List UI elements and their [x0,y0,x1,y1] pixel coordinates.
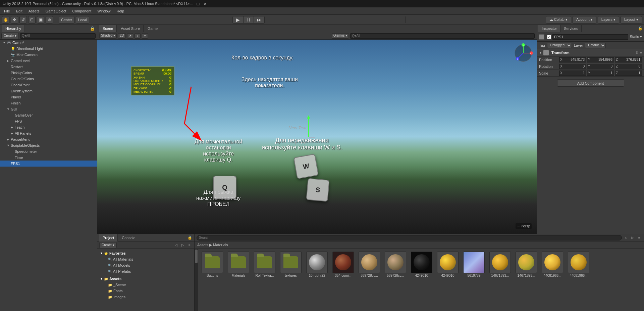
tab-project[interactable]: Project [99,234,118,241]
pivot-local-btn[interactable]: Local [76,16,89,24]
hierarchy-item-gameover[interactable]: GameOver [0,112,97,118]
menu-help[interactable]: Help [114,8,127,14]
tree-favorites[interactable]: ▼ ⭐ Favorites [97,250,194,256]
asset-354comi[interactable]: 354-comi... [331,252,355,277]
object-name-field[interactable] [552,34,628,40]
assets-icon-1[interactable]: ◁ [623,235,629,240]
hierarchy-item-scriptableobjects[interactable]: ▼ ScriptableObjects [0,142,97,148]
asset-4249010-1[interactable]: 4249010 [410,252,433,277]
pivot-center-btn[interactable]: Center [59,16,74,24]
step-button[interactable]: ⏭ [254,16,265,24]
scale-x-field[interactable]: X 1 [559,71,586,76]
rotation-y-field[interactable]: Y 0 [587,64,614,69]
menu-assets[interactable]: Assets [26,8,42,14]
minimize-button[interactable]: ─ [190,1,193,6]
add-component-button[interactable]: Add Component [557,79,624,87]
layout-button[interactable]: Layout ▾ [621,16,642,24]
hierarchy-item-allpanels[interactable]: ▶ All Panels [0,130,97,136]
hierarchy-item-directionallight[interactable]: 💡 Directional Light [0,46,97,52]
menu-window[interactable]: Window [95,8,113,14]
menu-gameobject[interactable]: GameObject [43,8,69,14]
hierarchy-item-gui[interactable]: ▼ GUI [0,106,97,112]
hierarchy-item-countofcoins[interactable]: CountOfCoins [0,76,97,82]
tab-asset-store[interactable]: Asset Store [117,25,144,32]
tab-hierarchy[interactable]: Hierarchy [2,25,25,32]
tool-transform[interactable]: ⊕ [46,16,53,24]
asset-textures-folder[interactable]: textures [279,252,303,277]
inspector-lock-icon[interactable]: 🔒 [638,26,643,31]
position-x-field[interactable]: X 545.9173 [559,57,586,62]
asset-44081966-2[interactable]: 44081966... [567,252,590,277]
scene-search-input[interactable] [350,33,535,39]
asset-buttons-folder[interactable]: Buttons [201,252,224,277]
hierarchy-search-input[interactable] [20,33,96,39]
project-icon-1[interactable]: ◁ [173,242,179,248]
project-icon-2[interactable]: ▷ [180,242,185,248]
project-lock-icon[interactable]: 🔒 [187,235,192,240]
gizmos-dropdown[interactable]: Gizmos ▾ [332,33,349,39]
hierarchy-item-gamelevel[interactable]: ▶ GameLevel [0,58,97,64]
tree-scene[interactable]: 📁 _Scene [97,282,194,288]
hierarchy-item-pausemenu[interactable]: ▶ PauseMenu [0,136,97,142]
asset-materials-folder[interactable]: Materials [227,252,250,277]
hierarchy-item-finish[interactable]: Finish [0,100,97,106]
menu-component[interactable]: Component [69,8,94,14]
menu-edit[interactable]: Edit [13,8,25,14]
transform-header[interactable]: ▼ Transform ⚙ ≡ [537,49,644,56]
assets-icon-3[interactable]: ≡ [637,235,642,240]
position-z-field[interactable]: Z -376.8761 [615,57,642,62]
tool-hand[interactable]: ✋ [2,16,9,24]
rotation-x-field[interactable]: X 0 [559,64,586,69]
view-2d-dropdown[interactable]: 2D [118,33,126,39]
transform-settings-icon[interactable]: ⚙ [636,51,639,54]
menu-file[interactable]: File [1,8,13,14]
asset-14671893-1[interactable]: 14671893... [488,252,512,277]
hierarchy-item-checkpoint[interactable]: CheckPoint [0,82,97,88]
account-button[interactable]: Account ▾ [573,16,596,24]
scale-y-field[interactable]: Y 1 [587,71,614,76]
hierarchy-item-teach[interactable]: ▶ Teach [0,124,97,130]
tab-services[interactable]: Services [560,25,582,32]
tool-rotate[interactable]: ↺ [19,16,27,24]
collab-button[interactable]: ☁ Collab ▾ [546,16,571,24]
layer-dropdown[interactable]: Default [585,43,606,48]
tab-inspector[interactable]: Inspector [538,25,560,32]
tool-move[interactable]: ✥ [11,16,18,24]
asset-44081966-1[interactable]: 44081966... [541,252,564,277]
layers-button[interactable]: Layers ▾ [598,16,619,24]
hierarchy-item-restart[interactable]: Restart [0,64,97,70]
hierarchy-item-maincamera[interactable]: 📷 MainCamera [0,52,97,58]
tree-all-models[interactable]: 🔍 All Models [97,262,194,268]
pause-button[interactable]: ⏸ [243,16,254,24]
hierarchy-item-fps1[interactable]: FPS1 [0,161,97,167]
assets-scrollbar[interactable] [195,249,198,311]
transform-menu-icon[interactable]: ≡ [640,51,642,54]
hierarchy-item-player[interactable]: Player [0,94,97,100]
scene-lighting-btn[interactable]: ☀ [127,33,133,39]
close-button[interactable]: ✕ [203,1,207,6]
hierarchy-item-fps[interactable]: FPS [0,118,97,124]
play-button[interactable]: ▶ [232,16,243,24]
tag-dropdown[interactable]: Untagged [547,43,572,48]
position-y-field[interactable]: Y 354.8996 [587,57,614,62]
scene-audio-btn[interactable]: ♪ [135,33,141,39]
tool-rect[interactable]: ▣ [37,16,44,24]
static-toggle[interactable]: Static ▾ [630,35,642,39]
scene-viewport[interactable]: СКОРОСТЬ:0 КМЧ ВРЕМЯ00:00 ЖИЗНИ:0 ОСТАЛО… [97,40,537,234]
hierarchy-item-eventsystem[interactable]: EventSystem [0,88,97,94]
tab-game[interactable]: Game [144,25,161,32]
hierarchy-item-time[interactable]: Time [0,154,97,161]
hierarchy-item-game[interactable]: ▼ 🎮 Game* [0,40,97,46]
shading-mode-dropdown[interactable]: Shaded ▾ [99,33,117,39]
assets-search-input[interactable] [197,235,622,240]
hierarchy-item-pickupcoins[interactable]: PickUpCoins [0,70,97,76]
titlebar-controls[interactable]: ─ □ ✕ [190,1,207,6]
asset-589728cc-1[interactable]: 589728cc... [358,252,381,277]
scene-fx-btn[interactable]: ✦ [142,33,148,39]
asset-589728cc-2[interactable]: 589728cc... [384,252,407,277]
hierarchy-lock-icon[interactable]: 🔒 [90,26,95,31]
tree-images[interactable]: 📁 Images [97,294,194,300]
maximize-button[interactable]: □ [197,1,199,6]
tool-scale[interactable]: ⊡ [28,16,36,24]
project-create-btn[interactable]: Create ▾ [99,242,117,248]
